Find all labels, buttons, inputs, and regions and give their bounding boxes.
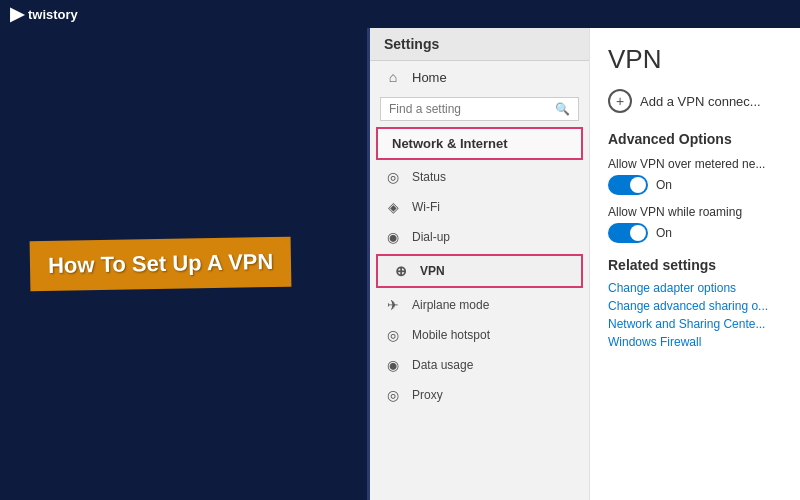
- option1-row: Allow VPN over metered ne... On: [608, 157, 782, 195]
- data-usage-icon: ◉: [384, 357, 402, 373]
- windows-firewall-link[interactable]: Windows Firewall: [608, 335, 782, 349]
- advanced-options-title: Advanced Options: [608, 131, 782, 147]
- hotspot-icon: ◎: [384, 327, 402, 343]
- logo-icon: ▶: [10, 3, 24, 25]
- option2-toggle[interactable]: [608, 223, 648, 243]
- logo-text: twistory: [28, 7, 78, 22]
- search-box[interactable]: 🔍: [380, 97, 579, 121]
- settings-content: VPN + Add a VPN connec... Advanced Optio…: [590, 28, 800, 500]
- proxy-icon: ◎: [384, 387, 402, 403]
- option2-row: Allow VPN while roaming On: [608, 205, 782, 243]
- vpn-nav-icon: ⊕: [392, 263, 410, 279]
- dialup-label: Dial-up: [412, 230, 450, 244]
- vpn-title-box: How To Set Up A VPN: [30, 237, 292, 292]
- option1-status: On: [656, 178, 672, 192]
- right-panel: Settings ⌂ Home 🔍 Network & Internet ◎ S…: [370, 28, 800, 500]
- proxy-nav-item[interactable]: ◎ Proxy: [370, 380, 589, 410]
- option1-toggle-row: On: [608, 175, 782, 195]
- add-vpn-icon: +: [608, 89, 632, 113]
- logo-area: ▶ twistory: [10, 3, 78, 25]
- hotspot-nav-item[interactable]: ◎ Mobile hotspot: [370, 320, 589, 350]
- wifi-label: Wi-Fi: [412, 200, 440, 214]
- dialup-nav-item[interactable]: ◉ Dial-up: [370, 222, 589, 252]
- vpn-nav-label: VPN: [420, 264, 445, 278]
- add-vpn-row[interactable]: + Add a VPN connec...: [608, 89, 782, 113]
- content-title: VPN: [608, 44, 782, 75]
- network-internet-label: Network & Internet: [392, 136, 508, 151]
- option1-toggle[interactable]: [608, 175, 648, 195]
- settings-header: Settings: [370, 28, 589, 61]
- left-panel: How To Set Up A VPN: [0, 28, 370, 500]
- home-icon: ⌂: [384, 69, 402, 85]
- airplane-nav-item[interactable]: ✈ Airplane mode: [370, 290, 589, 320]
- left-border: [367, 28, 370, 500]
- airplane-icon: ✈: [384, 297, 402, 313]
- status-icon: ◎: [384, 169, 402, 185]
- top-bar: ▶ twistory: [0, 0, 800, 28]
- vpn-nav-item[interactable]: ⊕ VPN: [376, 254, 583, 288]
- data-usage-nav-item[interactable]: ◉ Data usage: [370, 350, 589, 380]
- search-icon: 🔍: [555, 102, 570, 116]
- hotspot-label: Mobile hotspot: [412, 328, 490, 342]
- wifi-nav-item[interactable]: ◈ Wi-Fi: [370, 192, 589, 222]
- home-nav-item[interactable]: ⌂ Home: [370, 61, 589, 93]
- vpn-title-text: How To Set Up A VPN: [48, 249, 274, 278]
- proxy-label: Proxy: [412, 388, 443, 402]
- status-label: Status: [412, 170, 446, 184]
- home-label: Home: [412, 70, 447, 85]
- change-adapter-link[interactable]: Change adapter options: [608, 281, 782, 295]
- airplane-label: Airplane mode: [412, 298, 489, 312]
- dialup-icon: ◉: [384, 229, 402, 245]
- settings-sidebar: Settings ⌂ Home 🔍 Network & Internet ◎ S…: [370, 28, 590, 500]
- status-nav-item[interactable]: ◎ Status: [370, 162, 589, 192]
- wifi-icon: ◈: [384, 199, 402, 215]
- network-sharing-link[interactable]: Network and Sharing Cente...: [608, 317, 782, 331]
- related-settings-title: Related settings: [608, 257, 782, 273]
- main-content: How To Set Up A VPN Settings ⌂ Home 🔍 Ne…: [0, 28, 800, 500]
- option2-label: Allow VPN while roaming: [608, 205, 782, 219]
- change-advanced-link[interactable]: Change advanced sharing o...: [608, 299, 782, 313]
- add-vpn-label: Add a VPN connec...: [640, 94, 761, 109]
- network-internet-item[interactable]: Network & Internet: [376, 127, 583, 160]
- data-usage-label: Data usage: [412, 358, 473, 372]
- option1-label: Allow VPN over metered ne...: [608, 157, 782, 171]
- search-input[interactable]: [389, 102, 555, 116]
- option2-toggle-row: On: [608, 223, 782, 243]
- option2-status: On: [656, 226, 672, 240]
